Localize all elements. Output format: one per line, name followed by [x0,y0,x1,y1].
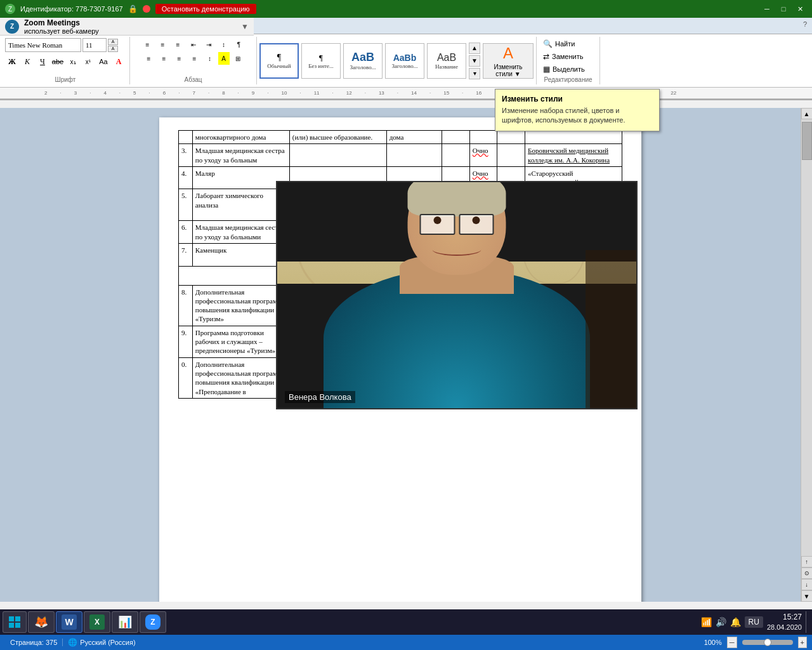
font-controls: Times New Roman 11 A A Ж К Ч abe x₁ x¹ [5,38,126,75]
zoom-slider-thumb[interactable] [764,639,771,646]
table-cell-col7: Боровичский медицинский колледж им. А.А.… [525,144,622,167]
style-heading1[interactable]: AaB Заголово... [343,43,383,79]
table-cell-col5 [469,131,497,144]
svg-rect-3 [15,623,20,628]
indent-increase-button[interactable]: ⇥ [202,38,216,51]
strikethrough-button[interactable]: abe [51,55,65,68]
zoom-notification-text: Zoom Meetings использует веб-камеру [24,18,99,35]
bold-button[interactable]: Ж [5,55,19,68]
style-more[interactable]: ▾ [469,68,480,79]
subscript-button[interactable]: x₁ [66,55,80,68]
table-cell-col1: Маляр [192,166,289,189]
underline-button[interactable]: Ч [36,55,49,68]
word-taskbar-button[interactable]: W [56,611,82,633]
font-color-button[interactable]: А [112,55,126,68]
stop-demo-button[interactable]: Остановить демонстрацию [155,4,256,14]
multilevel-list-button[interactable]: ≡ [171,38,185,51]
excel-taskbar-button[interactable]: X [84,611,110,633]
table-cell-num: 7. [179,243,193,266]
zoom-plus-button[interactable]: + [798,637,807,648]
table-row: 3. Младшая медицинская сестра по уходу з… [179,144,622,167]
presentation-taskbar-button[interactable]: 📊 [112,611,138,633]
title-left: Z Идентификатор: 778-7307-9167 🔒 Останов… [5,4,256,14]
numbering-button[interactable]: ≡ [156,38,170,51]
zoom-taskbar-button[interactable]: Z [140,611,166,633]
show-formatting-button[interactable]: ¶ [232,38,246,51]
taskbar-right: 📶 🔊 🔔 RU 15:27 28.04.2020 [701,611,809,633]
find-button[interactable]: 🔍 Найти [540,38,577,50]
scroll-track[interactable] [801,119,812,556]
font-size-down[interactable]: A [108,46,118,52]
style-normal[interactable]: ¶ Обычный [259,43,299,79]
right-glasses-lens [459,214,494,235]
sort-button[interactable]: ↕ [217,38,231,51]
select-browse-button[interactable]: ⊙ [801,567,813,579]
align-center-button[interactable]: ≡ [157,52,171,65]
style-heading2[interactable]: AaBb Заголово... [385,43,424,79]
borders-button[interactable]: ⊞ [231,52,245,65]
zoom-title: Zoom Meetings [24,18,99,27]
zoom-slider[interactable] [742,640,793,645]
scroll-thumb[interactable] [802,122,812,160]
maximize-button[interactable]: □ [776,2,790,16]
table-cell-col7 [525,131,622,144]
font-format-row: Ж К Ч abe x₁ x¹ Аa А [5,55,126,68]
start-button[interactable] [3,611,27,633]
justify-button[interactable]: ≡ [188,52,202,65]
svg-rect-2 [9,623,14,628]
font-name-selector[interactable]: Times New Roman [5,38,81,52]
table-cell-col6 [497,144,525,167]
person-hair [408,182,506,216]
meeting-id: Идентификатор: 778-7307-9167 [20,5,123,13]
next-page-button[interactable]: ↓ [801,579,813,590]
clear-format-button[interactable]: Аa [96,55,110,68]
indent-decrease-button[interactable]: ⇤ [187,38,200,51]
help-button[interactable]: ? [803,20,807,28]
status-bar: Страница: 375 🌐 Русский (Россия) 100% ─ … [0,635,812,650]
replace-icon: ⇄ [543,52,549,61]
font-size-selector[interactable]: 11 [82,38,107,52]
select-button[interactable]: ▦ Выделить [540,63,587,75]
window-controls: ─ □ ✕ [760,2,807,16]
firefox-taskbar-button[interactable]: 🦊 [28,611,55,633]
shelf-area [586,250,636,408]
presentation-icon: 📊 [117,614,133,630]
show-desktop-button[interactable] [806,611,809,633]
superscript-button[interactable]: x¹ [81,55,95,68]
minimize-button[interactable]: ─ [760,2,774,16]
shading-button[interactable]: A [218,52,230,65]
zoom-notification-bar: Z Zoom Meetings использует веб-камеру ▼ [0,18,254,36]
replace-button[interactable]: ⇄ Заменить [540,51,586,62]
internet-icon: 🌐 [68,638,77,647]
align-right-button[interactable]: ≡ [173,52,187,65]
scroll-up-button[interactable]: ▲ [801,108,813,119]
select-icon: ▦ [543,65,550,74]
style-no-spacing[interactable]: ¶ Без инте... [301,43,341,79]
para-group-label: Абзац [134,76,252,83]
status-dot [143,5,150,13]
taskbar-clock[interactable]: 15:27 28.04.2020 [767,613,802,632]
language-indicator[interactable]: RU [745,616,763,628]
style-title[interactable]: AaВ Название [427,43,466,79]
table-cell-col1: многоквартирного дома [192,131,289,144]
font-name-row: Times New Roman 11 A A [5,38,118,52]
table-cell-col1: Программа подготовки рабочих и служащих … [192,326,289,357]
windows-icon [7,614,22,630]
style-scroll-up[interactable]: ▲ [469,43,480,54]
title-bar: Z Идентификатор: 778-7307-9167 🔒 Останов… [0,0,812,18]
prev-page-button[interactable]: ↑ [801,556,813,567]
scroll-down-button[interactable]: ▼ [801,590,813,602]
zoom-icon: Z [5,20,19,34]
vertical-scrollbar[interactable]: ▲ ↑ ⊙ ↓ ▼ [801,108,812,602]
line-spacing-button[interactable]: ↕ [203,52,217,65]
change-styles-button[interactable]: А Изменитьстили ▼ [483,43,534,79]
table-cell-col1: Каменщик [192,243,289,266]
italic-button[interactable]: К [20,55,34,68]
style-scroll-down[interactable]: ▼ [469,55,480,67]
font-size-up[interactable]: A [108,39,118,45]
zoom-minus-button[interactable]: ─ [727,637,737,648]
align-left-button[interactable]: ≡ [142,52,156,65]
bullets-button[interactable]: ≡ [141,38,155,51]
close-button[interactable]: ✕ [793,2,807,16]
zoom-dropdown-arrow[interactable]: ▼ [241,22,249,31]
